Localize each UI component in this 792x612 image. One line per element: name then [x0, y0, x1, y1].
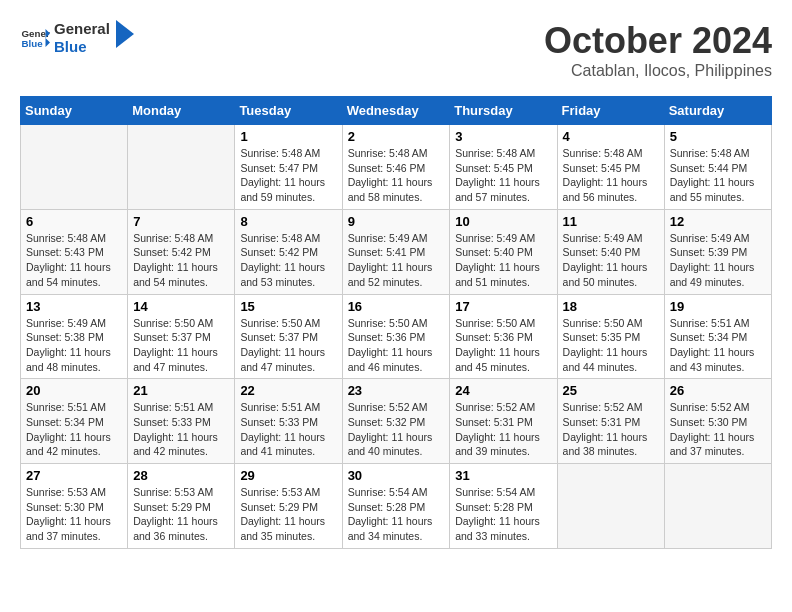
day-number: 17	[455, 299, 551, 314]
calendar-cell: 12Sunrise: 5:49 AMSunset: 5:39 PMDayligh…	[664, 209, 771, 294]
calendar-week-5: 27Sunrise: 5:53 AMSunset: 5:30 PMDayligh…	[21, 464, 772, 549]
day-number: 6	[26, 214, 122, 229]
calendar-cell: 15Sunrise: 5:50 AMSunset: 5:37 PMDayligh…	[235, 294, 342, 379]
day-info: Sunrise: 5:54 AMSunset: 5:28 PMDaylight:…	[455, 485, 551, 544]
day-info: Sunrise: 5:51 AMSunset: 5:34 PMDaylight:…	[670, 316, 766, 375]
day-info: Sunrise: 5:48 AMSunset: 5:45 PMDaylight:…	[455, 146, 551, 205]
calendar-cell: 3Sunrise: 5:48 AMSunset: 5:45 PMDaylight…	[450, 125, 557, 210]
svg-text:Blue: Blue	[22, 38, 44, 49]
calendar-cell: 25Sunrise: 5:52 AMSunset: 5:31 PMDayligh…	[557, 379, 664, 464]
calendar-week-1: 1Sunrise: 5:48 AMSunset: 5:47 PMDaylight…	[21, 125, 772, 210]
day-number: 2	[348, 129, 445, 144]
day-info: Sunrise: 5:49 AMSunset: 5:40 PMDaylight:…	[455, 231, 551, 290]
day-info: Sunrise: 5:48 AMSunset: 5:43 PMDaylight:…	[26, 231, 122, 290]
weekday-header-saturday: Saturday	[664, 97, 771, 125]
logo: General Blue General Blue	[20, 20, 134, 56]
day-number: 26	[670, 383, 766, 398]
calendar-cell: 11Sunrise: 5:49 AMSunset: 5:40 PMDayligh…	[557, 209, 664, 294]
calendar-cell	[557, 464, 664, 549]
day-number: 18	[563, 299, 659, 314]
day-number: 29	[240, 468, 336, 483]
calendar-cell: 28Sunrise: 5:53 AMSunset: 5:29 PMDayligh…	[128, 464, 235, 549]
calendar-cell: 7Sunrise: 5:48 AMSunset: 5:42 PMDaylight…	[128, 209, 235, 294]
calendar-cell: 18Sunrise: 5:50 AMSunset: 5:35 PMDayligh…	[557, 294, 664, 379]
day-number: 11	[563, 214, 659, 229]
day-info: Sunrise: 5:51 AMSunset: 5:33 PMDaylight:…	[133, 400, 229, 459]
day-info: Sunrise: 5:48 AMSunset: 5:42 PMDaylight:…	[133, 231, 229, 290]
calendar-cell: 10Sunrise: 5:49 AMSunset: 5:40 PMDayligh…	[450, 209, 557, 294]
day-info: Sunrise: 5:48 AMSunset: 5:42 PMDaylight:…	[240, 231, 336, 290]
day-number: 1	[240, 129, 336, 144]
day-info: Sunrise: 5:49 AMSunset: 5:38 PMDaylight:…	[26, 316, 122, 375]
day-number: 22	[240, 383, 336, 398]
day-info: Sunrise: 5:48 AMSunset: 5:46 PMDaylight:…	[348, 146, 445, 205]
day-number: 16	[348, 299, 445, 314]
calendar-table: SundayMondayTuesdayWednesdayThursdayFrid…	[20, 96, 772, 549]
day-info: Sunrise: 5:52 AMSunset: 5:32 PMDaylight:…	[348, 400, 445, 459]
calendar-cell: 4Sunrise: 5:48 AMSunset: 5:45 PMDaylight…	[557, 125, 664, 210]
calendar-cell: 30Sunrise: 5:54 AMSunset: 5:28 PMDayligh…	[342, 464, 450, 549]
calendar-cell: 5Sunrise: 5:48 AMSunset: 5:44 PMDaylight…	[664, 125, 771, 210]
month-year-title: October 2024	[544, 20, 772, 62]
weekday-header-monday: Monday	[128, 97, 235, 125]
calendar-cell: 29Sunrise: 5:53 AMSunset: 5:29 PMDayligh…	[235, 464, 342, 549]
calendar-cell: 1Sunrise: 5:48 AMSunset: 5:47 PMDaylight…	[235, 125, 342, 210]
calendar-cell	[664, 464, 771, 549]
day-number: 10	[455, 214, 551, 229]
day-info: Sunrise: 5:51 AMSunset: 5:34 PMDaylight:…	[26, 400, 122, 459]
day-number: 20	[26, 383, 122, 398]
calendar-cell: 31Sunrise: 5:54 AMSunset: 5:28 PMDayligh…	[450, 464, 557, 549]
day-number: 12	[670, 214, 766, 229]
logo-arrow-icon	[116, 20, 134, 48]
day-number: 14	[133, 299, 229, 314]
day-info: Sunrise: 5:54 AMSunset: 5:28 PMDaylight:…	[348, 485, 445, 544]
calendar-cell: 14Sunrise: 5:50 AMSunset: 5:37 PMDayligh…	[128, 294, 235, 379]
day-number: 13	[26, 299, 122, 314]
day-number: 30	[348, 468, 445, 483]
calendar-cell: 22Sunrise: 5:51 AMSunset: 5:33 PMDayligh…	[235, 379, 342, 464]
day-info: Sunrise: 5:49 AMSunset: 5:39 PMDaylight:…	[670, 231, 766, 290]
calendar-cell: 16Sunrise: 5:50 AMSunset: 5:36 PMDayligh…	[342, 294, 450, 379]
calendar-cell: 20Sunrise: 5:51 AMSunset: 5:34 PMDayligh…	[21, 379, 128, 464]
calendar-cell: 23Sunrise: 5:52 AMSunset: 5:32 PMDayligh…	[342, 379, 450, 464]
day-number: 5	[670, 129, 766, 144]
day-info: Sunrise: 5:52 AMSunset: 5:31 PMDaylight:…	[563, 400, 659, 459]
day-info: Sunrise: 5:48 AMSunset: 5:44 PMDaylight:…	[670, 146, 766, 205]
day-info: Sunrise: 5:50 AMSunset: 5:36 PMDaylight:…	[348, 316, 445, 375]
weekday-header-friday: Friday	[557, 97, 664, 125]
day-info: Sunrise: 5:53 AMSunset: 5:29 PMDaylight:…	[240, 485, 336, 544]
day-number: 27	[26, 468, 122, 483]
weekday-header-row: SundayMondayTuesdayWednesdayThursdayFrid…	[21, 97, 772, 125]
calendar-cell: 13Sunrise: 5:49 AMSunset: 5:38 PMDayligh…	[21, 294, 128, 379]
day-number: 9	[348, 214, 445, 229]
day-info: Sunrise: 5:52 AMSunset: 5:30 PMDaylight:…	[670, 400, 766, 459]
calendar-cell: 24Sunrise: 5:52 AMSunset: 5:31 PMDayligh…	[450, 379, 557, 464]
day-number: 21	[133, 383, 229, 398]
calendar-cell: 17Sunrise: 5:50 AMSunset: 5:36 PMDayligh…	[450, 294, 557, 379]
day-number: 4	[563, 129, 659, 144]
calendar-cell: 21Sunrise: 5:51 AMSunset: 5:33 PMDayligh…	[128, 379, 235, 464]
day-info: Sunrise: 5:50 AMSunset: 5:36 PMDaylight:…	[455, 316, 551, 375]
page-header: General Blue General Blue October 2024 C…	[20, 20, 772, 80]
calendar-week-3: 13Sunrise: 5:49 AMSunset: 5:38 PMDayligh…	[21, 294, 772, 379]
day-number: 25	[563, 383, 659, 398]
day-number: 15	[240, 299, 336, 314]
location-subtitle: Catablan, Ilocos, Philippines	[544, 62, 772, 80]
day-info: Sunrise: 5:48 AMSunset: 5:47 PMDaylight:…	[240, 146, 336, 205]
calendar-cell: 9Sunrise: 5:49 AMSunset: 5:41 PMDaylight…	[342, 209, 450, 294]
weekday-header-thursday: Thursday	[450, 97, 557, 125]
day-info: Sunrise: 5:51 AMSunset: 5:33 PMDaylight:…	[240, 400, 336, 459]
day-number: 28	[133, 468, 229, 483]
logo-general: General	[54, 20, 110, 38]
day-number: 8	[240, 214, 336, 229]
calendar-cell	[21, 125, 128, 210]
day-info: Sunrise: 5:48 AMSunset: 5:45 PMDaylight:…	[563, 146, 659, 205]
day-info: Sunrise: 5:49 AMSunset: 5:41 PMDaylight:…	[348, 231, 445, 290]
weekday-header-wednesday: Wednesday	[342, 97, 450, 125]
calendar-cell: 6Sunrise: 5:48 AMSunset: 5:43 PMDaylight…	[21, 209, 128, 294]
day-info: Sunrise: 5:50 AMSunset: 5:37 PMDaylight:…	[240, 316, 336, 375]
day-number: 19	[670, 299, 766, 314]
day-info: Sunrise: 5:53 AMSunset: 5:30 PMDaylight:…	[26, 485, 122, 544]
day-info: Sunrise: 5:52 AMSunset: 5:31 PMDaylight:…	[455, 400, 551, 459]
calendar-week-2: 6Sunrise: 5:48 AMSunset: 5:43 PMDaylight…	[21, 209, 772, 294]
